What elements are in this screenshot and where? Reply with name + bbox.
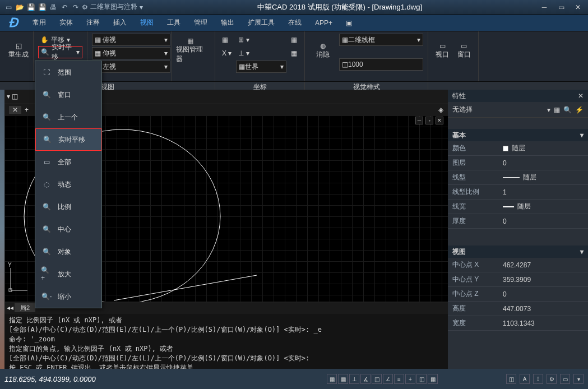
- dd-in[interactable]: 🔍+放大: [35, 263, 101, 285]
- scale-toggle[interactable]: ⟟: [533, 374, 543, 384]
- dd-dynamic[interactable]: ◌动态: [35, 173, 101, 196]
- gear-toggle[interactable]: ⚙: [547, 374, 557, 384]
- viewport-button[interactable]: ▭ 视口: [433, 34, 452, 67]
- dd-object[interactable]: 🔍对象: [35, 240, 101, 263]
- save-icon[interactable]: 💾: [26, 2, 36, 12]
- model-toggle[interactable]: ▦: [428, 374, 438, 384]
- tab-solid[interactable]: 实体: [53, 15, 80, 31]
- canvas-min[interactable]: ─: [415, 117, 423, 124]
- tab-annotate[interactable]: 注释: [80, 15, 107, 31]
- prop-thickness[interactable]: 厚度0: [448, 214, 588, 229]
- selection-combo[interactable]: 无选择 ▾ ▦ 🔍 ⚡: [448, 102, 588, 118]
- maximize-button[interactable]: ▭: [553, 2, 569, 13]
- section-basic[interactable]: 基本▾: [448, 129, 588, 141]
- new-icon[interactable]: ▭: [3, 2, 13, 12]
- canvas-tab-add[interactable]: +: [21, 106, 32, 114]
- tab-scroll-left[interactable]: ◂◂: [7, 304, 13, 312]
- ucs-x[interactable]: X ▾: [220, 47, 234, 59]
- workspace-selector[interactable]: ⚙ 二维草图与注释 ▾: [82, 2, 143, 12]
- prop-ltscale[interactable]: 线型比例1: [448, 185, 588, 200]
- iso-toggle[interactable]: ◫: [506, 374, 516, 384]
- tab-tools[interactable]: 工具: [160, 15, 187, 31]
- view-bottom-combo[interactable]: ▦ 仰视▾: [92, 47, 170, 59]
- app-logo-icon[interactable]: Ɖ: [0, 16, 26, 30]
- cube-icon: ▦: [95, 49, 101, 57]
- regen-button[interactable]: ◱ 重生成: [4, 34, 33, 67]
- prop-height[interactable]: 高度447.0073: [448, 302, 588, 316]
- ucs-icon-4[interactable]: ▦: [289, 34, 299, 46]
- open-icon[interactable]: 📂: [15, 2, 25, 12]
- tab-extend[interactable]: 扩展工具: [241, 15, 281, 31]
- dd-center[interactable]: 🔍中心: [35, 218, 101, 240]
- prop-lineweight[interactable]: 线宽随层: [448, 200, 588, 214]
- saveas-icon[interactable]: 💾: [37, 2, 47, 12]
- anno-toggle[interactable]: A: [520, 374, 530, 384]
- layout-tab[interactable]: 局2: [15, 303, 35, 312]
- dd-window[interactable]: 🔍窗口: [35, 84, 101, 106]
- window-zoom-icon: 🔍: [41, 89, 52, 100]
- tab-app[interactable]: APP+: [308, 15, 339, 31]
- plot-icon[interactable]: 🖶: [48, 2, 58, 12]
- cycle-toggle[interactable]: ◫: [416, 374, 427, 384]
- canvas-tab-close[interactable]: ✕: [9, 106, 21, 114]
- ribbon-minimize[interactable]: ▣: [339, 15, 359, 31]
- tab-home[interactable]: 常用: [26, 15, 53, 31]
- prop-cz[interactable]: 中心点 Z0: [448, 287, 588, 302]
- window-button[interactable]: ▭ 窗口: [455, 34, 474, 67]
- dd-previous[interactable]: 🔍上一个: [35, 106, 101, 128]
- tab-view[interactable]: 视图: [133, 15, 160, 31]
- polar-toggle[interactable]: ∡: [360, 374, 371, 384]
- dyn-toggle[interactable]: +: [405, 374, 415, 384]
- grid-toggle[interactable]: ▦: [338, 374, 348, 384]
- close-button[interactable]: ✕: [570, 2, 586, 13]
- ucs-icon-5[interactable]: ▦: [289, 47, 299, 59]
- redo-icon[interactable]: ↷: [71, 2, 81, 12]
- prop-layer[interactable]: 图层0: [448, 156, 588, 170]
- command-window[interactable]: 指定 比例因子 (nX 或 nXP), 或者 [全部(A)/中心(C)/动态(D…: [4, 313, 448, 369]
- dd-realtime[interactable]: 🔍实时平移: [35, 128, 101, 151]
- prop-cy[interactable]: 中心点 Y359.3909: [448, 272, 588, 287]
- props-close-icon[interactable]: ✕: [578, 92, 584, 100]
- realtime-pan-button[interactable]: 🔍实时平移 ▾: [38, 46, 82, 58]
- visual-style-combo[interactable]: ▦ 二维线框▾: [339, 34, 423, 46]
- canvas-max[interactable]: ▫: [425, 117, 433, 124]
- minimize-button[interactable]: ─: [536, 2, 552, 13]
- ucs-icon-1[interactable]: ▦: [220, 34, 234, 46]
- qselect-icon[interactable]: 🔍: [563, 106, 572, 114]
- max-toggle[interactable]: ▭: [560, 374, 570, 384]
- ucs-icon-3[interactable]: ⊥ ▾: [236, 47, 286, 59]
- hide-button[interactable]: ◍ 消隐: [309, 34, 336, 67]
- lwt-toggle[interactable]: ≡: [394, 374, 404, 384]
- view-left-combo[interactable]: ▦ 左视▾: [92, 61, 170, 73]
- view-top-combo[interactable]: ▦ 俯视▾: [92, 34, 170, 46]
- properties-header: 特性 ✕: [448, 90, 588, 102]
- section-view[interactable]: 视图▾: [448, 246, 588, 258]
- prop-width[interactable]: 宽度1103.1343: [448, 316, 588, 331]
- tab-manage[interactable]: 管理: [187, 15, 214, 31]
- thickness-input[interactable]: ◫ 1000: [339, 58, 423, 71]
- undo-icon[interactable]: ↶: [59, 2, 70, 12]
- flash-icon[interactable]: ⚡: [575, 106, 584, 114]
- tab-output[interactable]: 输出: [214, 15, 241, 31]
- layer-icon[interactable]: ▾ ◫: [7, 92, 18, 100]
- osnap-toggle[interactable]: ◫: [372, 374, 382, 384]
- tab-insert[interactable]: 插入: [107, 15, 133, 31]
- dd-extents[interactable]: ⛶范围: [35, 61, 101, 84]
- clean-toggle[interactable]: ▾: [573, 374, 584, 384]
- prop-linetype[interactable]: 线型随层: [448, 170, 588, 185]
- dd-out[interactable]: 🔍-缩小: [35, 285, 101, 308]
- dd-scale[interactable]: 🔍比例: [35, 196, 101, 218]
- prop-color[interactable]: 颜色随层: [448, 141, 588, 156]
- snap-toggle[interactable]: ▦: [327, 374, 337, 384]
- ucs-icon-2[interactable]: ⊞ ▾: [236, 34, 286, 46]
- select-icon[interactable]: ▦: [554, 106, 560, 114]
- canvas-close[interactable]: ✕: [436, 117, 443, 124]
- otrack-toggle[interactable]: ∠: [383, 374, 393, 384]
- dd-all[interactable]: ▭全部: [35, 151, 101, 173]
- tab-online[interactable]: 在线: [281, 15, 308, 31]
- ortho-toggle[interactable]: ⊥: [349, 374, 359, 384]
- prop-cx[interactable]: 中心点 X462.4287: [448, 258, 588, 272]
- canvas-nav-icon[interactable]: ◈: [438, 106, 443, 114]
- ucs-world-combo[interactable]: ▦ 世界▾: [236, 61, 286, 73]
- view-manager-button[interactable]: ▦ 视图管理器: [176, 34, 204, 67]
